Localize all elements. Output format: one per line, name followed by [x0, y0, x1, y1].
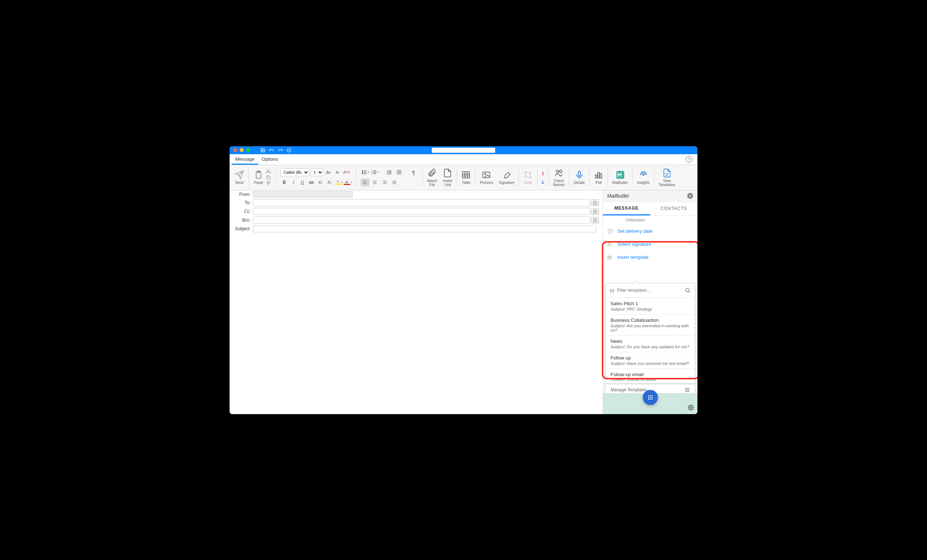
strikethrough-button[interactable]: ab [307, 179, 315, 187]
svg-rect-83 [652, 397, 652, 398]
increase-indent-button[interactable] [395, 168, 403, 176]
italic-button[interactable]: I [289, 179, 297, 187]
view-templates-button[interactable]: View Templates [656, 167, 678, 188]
align-justify-button[interactable] [390, 179, 399, 187]
paperclip-icon [427, 168, 437, 178]
highlight-button[interactable]: ▾ [334, 179, 343, 187]
cut-icon[interactable] [266, 168, 271, 174]
font-name-select[interactable]: Calibri (Bo… [280, 168, 309, 176]
traffic-lights [233, 148, 250, 152]
svg-rect-82 [650, 397, 651, 398]
copy-icon[interactable] [266, 175, 271, 180]
bcc-input[interactable] [253, 217, 590, 224]
settings-button[interactable] [688, 405, 694, 410]
svg-rect-69 [685, 388, 686, 389]
bcc-label: Bcc: [233, 217, 251, 223]
svg-rect-80 [652, 395, 652, 396]
superscript-button[interactable]: X2 [325, 179, 333, 187]
pictures-button[interactable]: Pictures [477, 167, 496, 188]
cc-address-book-button[interactable] [591, 208, 599, 215]
close-window-button[interactable] [233, 148, 237, 152]
poll-button[interactable]: Poll [591, 167, 606, 188]
bcc-address-book-button[interactable] [591, 217, 599, 223]
panel-tab-message[interactable]: MESSAGE [603, 202, 650, 216]
cc-input[interactable] [253, 208, 590, 215]
from-field[interactable] [253, 191, 353, 198]
signature-icon [607, 241, 613, 247]
svg-point-10 [362, 172, 362, 173]
insert-template-button[interactable]: {+} Insert template [603, 251, 698, 264]
mailbutler-ribbon-button[interactable]: Mailbutler [609, 167, 631, 188]
svg-point-66 [609, 243, 610, 244]
svg-point-56 [643, 174, 644, 175]
search-icon[interactable] [685, 287, 690, 293]
crop-button[interactable]: Crop [520, 167, 536, 188]
subject-input[interactable] [253, 225, 596, 232]
clear-formatting-button[interactable]: A⌫ [343, 168, 351, 176]
template-item[interactable]: Follow-up email Subject: Follow-up email [605, 369, 695, 384]
template-popup: {+} Sales Pitch 1 Subject: PPC Strategy … [605, 283, 695, 393]
numbering-button[interactable]: 123▾ [371, 168, 379, 176]
svg-point-87 [690, 407, 691, 408]
tab-message[interactable]: Message [232, 154, 258, 165]
high-importance-button[interactable]: ! [542, 170, 544, 177]
svg-point-12 [362, 173, 362, 174]
template-item[interactable]: Sales Pitch 1 Subject: PPC Strategy [605, 298, 695, 314]
signature-button[interactable]: Signature [496, 167, 517, 188]
title-search-input[interactable] [432, 148, 495, 153]
send-button[interactable]: Send [232, 167, 247, 188]
bold-button[interactable]: B [280, 179, 288, 187]
maximize-window-button[interactable] [246, 148, 250, 152]
dictate-button[interactable]: Dictate [571, 167, 588, 188]
check-names-icon [554, 168, 564, 178]
align-center-button[interactable] [371, 179, 379, 187]
show-marks-button[interactable]: ¶ [409, 168, 418, 176]
align-left-button[interactable] [361, 179, 369, 187]
message-body-area[interactable] [229, 233, 603, 414]
set-delivery-date-button[interactable]: Set delivery date [603, 225, 698, 238]
template-item[interactable]: Business Collaboartion Subject: Are you … [605, 314, 695, 335]
attach-file-button[interactable]: Attach File [424, 167, 440, 188]
help-button[interactable]: ? [686, 156, 692, 162]
compose-pane: From: To: Cc: Bcc: Subject: [229, 190, 603, 414]
svg-rect-73 [687, 389, 688, 390]
paste-button[interactable]: Paste [253, 167, 264, 188]
poll-icon [594, 170, 603, 179]
low-importance-button[interactable] [540, 179, 546, 185]
template-item[interactable]: Follow up Subject: Have you received my … [605, 352, 695, 369]
format-painter-icon[interactable] [266, 181, 271, 187]
align-right-button[interactable] [380, 179, 389, 187]
svg-rect-54 [600, 174, 602, 178]
table-button[interactable]: Table [459, 167, 474, 188]
tab-options[interactable]: Options [258, 154, 282, 165]
bullets-button[interactable]: ▾ [361, 168, 369, 176]
font-color-button[interactable]: A▾ [343, 179, 352, 187]
underline-button[interactable]: U [298, 179, 306, 187]
undo-icon[interactable] [269, 148, 274, 153]
picture-icon [482, 170, 491, 179]
mailbutler-fab[interactable] [643, 390, 658, 405]
decrease-indent-button[interactable] [385, 168, 394, 176]
template-item[interactable]: News Subject: Do you have any updates fo… [605, 335, 695, 352]
send-receive-icon[interactable] [286, 148, 292, 153]
insert-link-button[interactable]: Insert Link [440, 167, 455, 188]
shrink-font-button[interactable]: A▾ [333, 168, 342, 176]
subscript-button[interactable]: X2 [316, 179, 324, 187]
insights-button[interactable]: Insights [634, 167, 652, 188]
to-input[interactable] [253, 199, 590, 206]
grow-font-button[interactable]: A▴ [324, 168, 333, 176]
app-window: Message Options ? Send Paste [229, 146, 698, 414]
to-address-book-button[interactable] [591, 199, 599, 206]
save-icon[interactable] [260, 148, 266, 153]
panel-close-button[interactable]: ✕ [687, 193, 693, 199]
panel-tab-contacts[interactable]: CONTACTS [650, 202, 698, 216]
font-size-select[interactable]: 11 [310, 168, 324, 176]
select-signature-button[interactable]: Select signature [603, 238, 698, 251]
check-names-button[interactable]: Check Names [550, 167, 567, 188]
subject-label: Subject: [233, 226, 251, 231]
redo-icon[interactable] [278, 148, 283, 153]
svg-rect-50 [578, 171, 581, 176]
minimize-window-button[interactable] [240, 148, 244, 152]
template-filter-input[interactable] [617, 288, 681, 293]
quick-access-toolbar [260, 148, 292, 153]
